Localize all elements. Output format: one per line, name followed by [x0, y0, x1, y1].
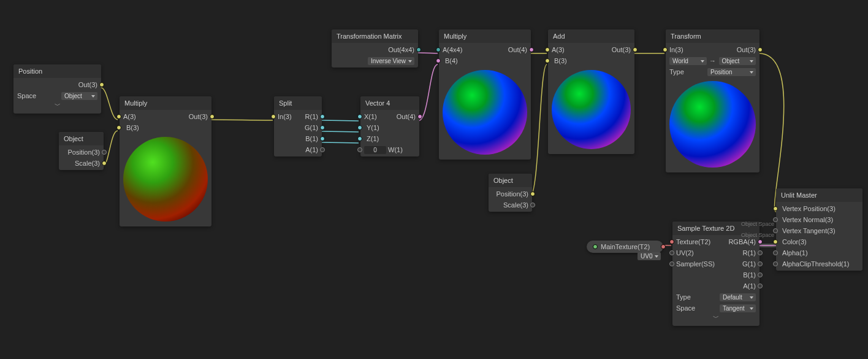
- output-port[interactable]: [530, 203, 535, 207]
- a-port-label: A(4x4): [443, 46, 462, 53]
- input-port[interactable]: [357, 125, 362, 130]
- type-dropdown[interactable]: Default: [720, 293, 756, 301]
- input-port[interactable]: [663, 47, 668, 52]
- from-space-dropdown[interactable]: World: [669, 57, 707, 65]
- node-multiply[interactable]: Multiply A(4x4)Out(4) B(4): [439, 29, 531, 160]
- input-port[interactable]: [357, 147, 362, 152]
- color-label: Color(3): [782, 238, 807, 245]
- output-port[interactable]: [210, 114, 215, 119]
- input-port[interactable]: [271, 114, 276, 119]
- node-vector4[interactable]: Vector 4 X(1)Out(4) Y(1) Z(1) 0W(1): [360, 96, 419, 156]
- w-value-field[interactable]: 0: [364, 146, 386, 154]
- input-port[interactable]: [545, 47, 550, 52]
- output-port[interactable]: [99, 82, 104, 87]
- uv-port-label: UV(2): [676, 249, 694, 257]
- collapse-chevron-icon[interactable]: ﹀: [13, 101, 101, 112]
- w-port-label: W(1): [388, 146, 403, 153]
- node-position[interactable]: Position Out(3) Space Object ﹀: [13, 64, 101, 114]
- output-port[interactable]: [758, 250, 763, 255]
- input-port[interactable]: [545, 58, 550, 63]
- to-space-dropdown[interactable]: Object: [719, 57, 756, 65]
- output-port[interactable]: [758, 272, 763, 277]
- input-port[interactable]: [357, 136, 362, 141]
- node-title: Object: [489, 174, 532, 187]
- type-dropdown[interactable]: Position: [707, 68, 756, 76]
- output-port[interactable]: [758, 239, 763, 244]
- output-port[interactable]: [661, 244, 666, 249]
- vertex-tangent-label: Vertex Tangent(3): [782, 227, 836, 234]
- output-port[interactable]: [417, 114, 422, 119]
- g-port-label: G(1): [742, 260, 756, 268]
- vertex-normal-label: Vertex Normal(3): [782, 216, 833, 223]
- x-port-label: X(1): [364, 113, 377, 120]
- out-port-label: Out(4): [508, 46, 527, 53]
- a-port-label: A(1): [743, 282, 756, 290]
- output-port[interactable]: [320, 147, 325, 152]
- b-port-label: B(4): [445, 57, 458, 64]
- input-port[interactable]: [357, 114, 362, 119]
- node-title: Add: [548, 29, 634, 43]
- out-port-label: Out(3): [78, 81, 97, 88]
- out-port-label: Out(3): [189, 113, 208, 120]
- node-split[interactable]: Split In(3)R(1) G(1) B(1) A(1): [274, 96, 322, 156]
- b-port-label: B(3): [554, 57, 567, 64]
- node-object[interactable]: Object Position(3) Scale(3): [59, 132, 104, 170]
- output-port[interactable]: [529, 47, 534, 52]
- texture-port-label: Texture(T2): [676, 238, 710, 245]
- b-port-label: B(1): [743, 271, 756, 279]
- output-port[interactable]: [320, 136, 325, 141]
- arrow-icon: →: [709, 57, 717, 64]
- input-port[interactable]: [116, 125, 121, 130]
- g-port-label: G(1): [305, 124, 318, 131]
- input-port[interactable]: [669, 261, 674, 266]
- node-multiply[interactable]: Multiply A(3) Out(3) B(3): [120, 96, 211, 226]
- in-port-label: In(3): [278, 113, 292, 120]
- rgba-port-label: RGBA(4): [728, 238, 756, 245]
- alpha-label: Alpha(1): [782, 249, 808, 257]
- output-port[interactable]: [102, 150, 107, 155]
- input-port[interactable]: [773, 206, 778, 211]
- node-transformation-matrix[interactable]: Transformation Matrix Out(4x4) Inverse V…: [332, 29, 418, 68]
- output-port[interactable]: [758, 284, 763, 288]
- output-port[interactable]: [320, 125, 325, 130]
- node-transform[interactable]: Transform In(3)Out(3) World → Object Typ…: [666, 29, 760, 172]
- space-dropdown[interactable]: Tangent: [720, 304, 756, 312]
- output-port[interactable]: [758, 261, 763, 266]
- collapse-chevron-icon[interactable]: ﹀: [672, 314, 760, 325]
- output-port[interactable]: [530, 191, 535, 196]
- alphaclip-label: AlphaClipThreshold(1): [782, 260, 849, 268]
- node-unlit-master[interactable]: Unlit Master Vertex Position(3) Vertex N…: [776, 188, 862, 271]
- input-port[interactable]: [669, 250, 674, 255]
- input-port[interactable]: [773, 261, 778, 266]
- out-port-label: Out(4): [397, 113, 416, 120]
- node-object[interactable]: Object Position(3) Scale(3): [489, 174, 532, 212]
- slot-hint: Object Space: [726, 220, 774, 227]
- input-port[interactable]: [436, 58, 441, 63]
- uv-slot-dropdown[interactable]: UV0: [638, 252, 661, 260]
- matrix-mode-dropdown[interactable]: Inverse View: [368, 57, 414, 65]
- type-label: Type: [676, 293, 691, 301]
- scale-port-label: Scale(3): [75, 160, 100, 167]
- preview-sphere: [443, 70, 527, 155]
- node-title: Vector 4: [360, 96, 419, 110]
- out-port-label: Out(4x4): [388, 46, 414, 53]
- output-port[interactable]: [758, 47, 763, 52]
- type-label: Type: [669, 68, 684, 75]
- input-port[interactable]: [773, 250, 778, 255]
- output-port[interactable]: [633, 47, 638, 52]
- space-dropdown[interactable]: Object: [61, 92, 97, 100]
- input-port[interactable]: [116, 114, 121, 119]
- input-port[interactable]: [669, 239, 674, 244]
- input-port[interactable]: [773, 239, 778, 244]
- node-add[interactable]: Add A(3)Out(3) B(3): [548, 29, 634, 154]
- input-port[interactable]: [436, 47, 441, 52]
- node-title: Object: [59, 132, 104, 145]
- output-port[interactable]: [320, 114, 325, 119]
- output-port[interactable]: [102, 161, 107, 166]
- property-maintexture[interactable]: MainTexture(T2): [587, 241, 663, 253]
- shader-graph-canvas[interactable]: { "nodes":{ "position":{"title":"Positio…: [0, 0, 868, 359]
- a-port-label: A(3): [123, 113, 136, 120]
- uv-slot-dropdown-wrap: UV0: [638, 252, 661, 260]
- output-port[interactable]: [416, 47, 421, 52]
- node-title: Unlit Master: [776, 188, 862, 202]
